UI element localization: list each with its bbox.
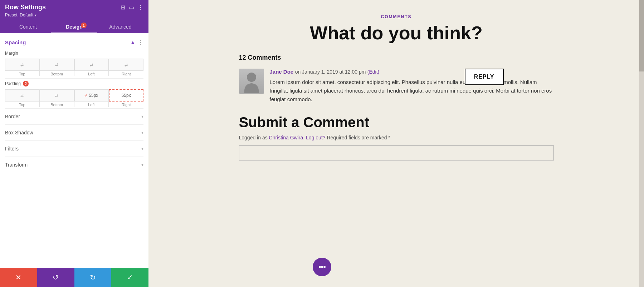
box-shadow-section: Box Shadow ▾ [5, 124, 143, 140]
transform-title: Transform [5, 162, 28, 168]
margin-top-input[interactable]: ⇄ [5, 59, 39, 71]
transform-section: Transform ▾ [5, 157, 143, 173]
margin-bottom-input[interactable]: ⇄ [40, 59, 74, 71]
submit-comment-title: Submit a Comment [239, 114, 554, 130]
comment-author: Jane Doe [270, 69, 294, 75]
comment-edit-link[interactable]: (Edit) [367, 69, 379, 75]
comment-meta: Jane Doe on January 1, 2019 at 12:00 pm … [270, 69, 554, 75]
tab-content[interactable]: Content [5, 20, 51, 33]
border-section: Border ▾ [5, 108, 143, 124]
transform-header[interactable]: Transform ▾ [5, 162, 143, 168]
preset-selector[interactable]: Preset: Default ▾ [5, 13, 143, 18]
margin-left-input[interactable]: ⇄ [74, 59, 109, 71]
fab-dots-icon: ••• [318, 262, 326, 272]
padding-top-label: Top [19, 103, 25, 107]
border-header[interactable]: Border ▾ [5, 114, 143, 119]
link-icon-pad-left: ⇄ [84, 94, 87, 98]
design-badge: 1 [81, 23, 87, 28]
panel-title: Row Settings [5, 4, 46, 11]
padding-bottom-label: Bottom [50, 103, 63, 107]
layout-icon[interactable]: ▭ [129, 4, 134, 11]
save-button[interactable]: ✓ [111, 268, 148, 287]
comments-count: 12 Comments [239, 54, 554, 61]
tabs-row: Content Design 1 Advanced [5, 20, 143, 33]
right-scrollbar[interactable] [639, 0, 644, 287]
link-icon-pad-top: ⇄ [20, 93, 24, 98]
avatar [239, 69, 264, 94]
tab-advanced[interactable]: Advanced [97, 20, 143, 33]
margin-inputs: ⇄ Top ⇄ Bottom ⇄ Left ⇄ Right [5, 59, 143, 76]
margin-bottom-label: Bottom [50, 72, 63, 76]
comment-content: Jane Doe on January 1, 2019 at 12:00 pm … [270, 69, 554, 104]
comments-tag: COMMENTS [239, 14, 554, 19]
box-shadow-title: Box Shadow [5, 130, 33, 135]
padding-badge: 2 [23, 81, 29, 86]
spacing-menu-icon[interactable]: ⋮ [138, 39, 143, 46]
margin-top-cell: ⇄ Top [5, 59, 40, 76]
submit-required-text: Required fields are marked * [327, 135, 390, 140]
expand-icon[interactable]: ⊞ [121, 4, 125, 11]
margin-top-label: Top [19, 72, 25, 76]
fab-button[interactable]: ••• [313, 258, 331, 276]
panel-title-row: Row Settings ⊞ ▭ ⋮ [5, 4, 143, 11]
avatar-image [239, 69, 264, 94]
spacing-section-header: Spacing ▲ ⋮ [5, 39, 143, 46]
padding-left-input[interactable]: ⇄ 55px [74, 89, 109, 102]
avatar-body [244, 83, 259, 93]
submit-logout-link[interactable]: Log out? [306, 135, 326, 140]
padding-bottom-cell: ⇄ Bottom [40, 89, 74, 107]
filters-title: Filters [5, 146, 19, 152]
link-icon-bottom: ⇄ [55, 63, 58, 67]
section-controls: ▲ ⋮ [130, 39, 143, 46]
link-icon-pad-bottom: ⇄ [55, 93, 58, 98]
comment-date: on January 1, 2019 at 12:00 pm [295, 69, 366, 75]
padding-bottom-input[interactable]: ⇄ [40, 89, 74, 102]
padding-right-input[interactable]: 55px [109, 89, 143, 102]
panel-header: Row Settings ⊞ ▭ ⋮ Preset: Default ▾ Con… [0, 0, 148, 33]
link-icon-right: ⇄ [125, 63, 128, 67]
filters-chevron: ▾ [141, 146, 143, 151]
transform-chevron: ▾ [141, 162, 143, 167]
preset-label: Preset: Default [5, 13, 33, 18]
box-shadow-header[interactable]: Box Shadow ▾ [5, 130, 143, 135]
padding-label-row: Padding 2 [5, 81, 143, 86]
submit-meta: Logged in as Christina Gwira. Log out? R… [239, 135, 554, 140]
scrollbar-thumb [639, 0, 644, 71]
submit-author-link[interactable]: Christina Gwira [269, 135, 303, 140]
more-icon[interactable]: ⋮ [138, 4, 143, 11]
cancel-icon: ✕ [15, 273, 21, 282]
submit-meta-prefix: Logged in as [239, 135, 268, 140]
page-title: What do you think? [239, 23, 554, 43]
border-title: Border [5, 114, 20, 119]
comment-text: Lorem ipsum dolor sit amet, consectetur … [270, 78, 554, 104]
preset-arrow: ▾ [35, 13, 36, 17]
margin-bottom-cell: ⇄ Bottom [40, 59, 74, 76]
save-icon: ✓ [127, 273, 133, 282]
spacing-collapse-icon[interactable]: ▲ [130, 39, 136, 46]
bottom-toolbar: ✕ ↺ ↻ ✓ [0, 268, 148, 287]
tab-design[interactable]: Design 1 [51, 20, 97, 33]
filters-section: Filters ▾ [5, 140, 143, 157]
reply-button[interactable]: REPLY [465, 69, 504, 85]
box-shadow-chevron: ▾ [141, 130, 143, 135]
border-chevron: ▾ [141, 114, 143, 119]
margin-left-cell: ⇄ Left [74, 59, 109, 76]
padding-right-value: 55px [122, 93, 131, 98]
margin-right-label: Right [122, 72, 131, 76]
undo-icon: ↺ [53, 273, 59, 282]
redo-button[interactable]: ↻ [74, 268, 112, 287]
comment-input[interactable] [239, 145, 554, 160]
panel-body: Spacing ▲ ⋮ Margin ⇄ Top ⇄ Bottom [0, 33, 148, 268]
padding-left-label: Left [88, 103, 94, 107]
margin-left-label: Left [88, 72, 94, 76]
left-panel: Row Settings ⊞ ▭ ⋮ Preset: Default ▾ Con… [0, 0, 148, 287]
cancel-button[interactable]: ✕ [0, 268, 37, 287]
padding-top-input[interactable]: ⇄ [5, 89, 39, 102]
margin-padding-divider [5, 78, 143, 79]
margin-right-input[interactable]: ⇄ [109, 59, 143, 71]
filters-header[interactable]: Filters ▾ [5, 146, 143, 152]
padding-top-cell: ⇄ Top [5, 89, 40, 107]
link-icon-left: ⇄ [90, 63, 93, 67]
panel-header-icons: ⊞ ▭ ⋮ [121, 4, 143, 11]
undo-button[interactable]: ↺ [37, 268, 74, 287]
